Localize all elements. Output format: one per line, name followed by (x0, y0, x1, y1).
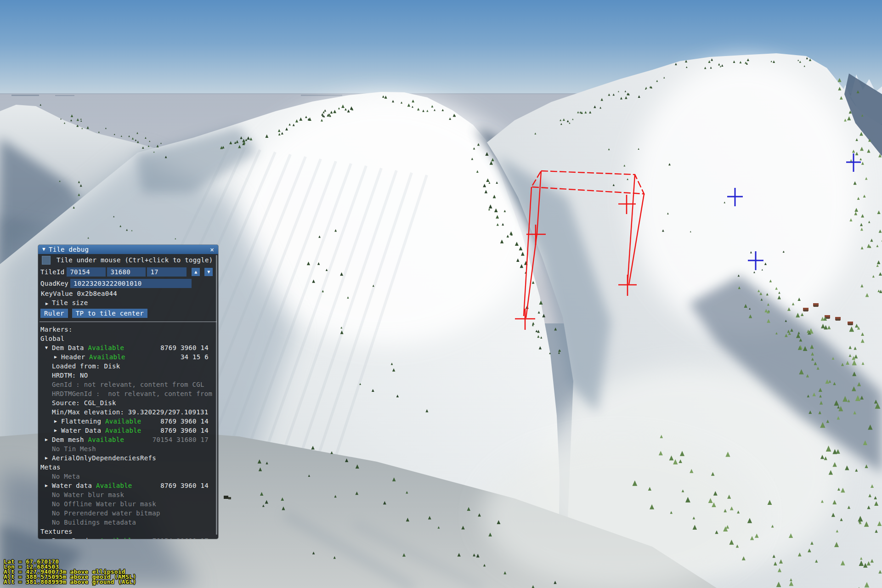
expand-arrow-icon: ▶ (45, 481, 52, 490)
debug-tree-row: Textures (38, 527, 218, 536)
debug-tree-row: No Prerendered water bitmap (38, 509, 218, 518)
row-values: 34 15 6 (181, 352, 218, 362)
quadkey-row: QuadKey 10223203222001010 (38, 278, 218, 289)
debug-tree-row[interactable]: ▶Water data Available8769 3960 14 (38, 481, 218, 490)
tile-under-mouse-row: Tile under mouse (Ctrl+click to toggle) (38, 254, 218, 266)
global-header: Global (38, 334, 218, 343)
row-label: No Offline Water blur mask (52, 499, 156, 509)
expand-arrow-icon: ▶ (45, 453, 52, 463)
expand-arrow-icon: ▶ (54, 426, 61, 435)
row-values: 8769 3960 14 (160, 343, 218, 352)
level-up-button[interactable]: ▲ (192, 268, 200, 276)
collapse-arrow-icon[interactable]: ▼ (42, 245, 45, 254)
row-label: Loaded from: Disk (52, 362, 120, 371)
row-values: 8769 3960 14 (160, 426, 218, 435)
row-label: Min/Max elevation: 39.320229/297.109131 (52, 407, 208, 417)
keyvalue-row: KeyValue 0x2b8ea044 (38, 289, 218, 298)
tileid-label: TileId (40, 267, 64, 277)
debug-tree-row[interactable]: ▶AerialOnlyDependenciesRefs (38, 453, 218, 463)
keyvalue-value: 0x2b8ea044 (77, 290, 117, 297)
markers-header: Markers: (38, 325, 218, 334)
expand-arrow-icon: ▶ (45, 536, 52, 539)
row-label: HRDTMGenId : not relevant, content from (52, 389, 212, 398)
tileid-y-input[interactable]: 31680 (107, 267, 146, 277)
row-label: Source: CGL_Disk (52, 398, 116, 407)
row-label: Water Data (61, 426, 105, 435)
row-values: 70154 31680 17 (153, 435, 218, 444)
row-label: Textures (40, 527, 73, 536)
expand-arrow-icon: ▶ (54, 417, 61, 426)
row-status: Available (88, 343, 124, 352)
row-label: Base Render (52, 536, 100, 539)
row-values: 8769 3960 14 (160, 417, 218, 426)
debug-tree-row: Min/Max elevation: 39.320229/297.109131 (38, 407, 218, 417)
tile-debug-panel: ▼ Tile debug ✕ Tile under mouse (Ctrl+cl… (38, 245, 218, 539)
tile-size-expander[interactable]: ▶Tile size (38, 298, 218, 307)
tp-to-tile-center-button[interactable]: TP to tile center (72, 309, 147, 318)
row-label: Header (61, 352, 89, 362)
debug-tree-row[interactable]: ▶Header Available34 15 6 (38, 352, 218, 362)
quadkey-input[interactable]: 10223203222001010 (70, 279, 192, 288)
debug-tree-row: No Water blur mask (38, 490, 218, 499)
expand-arrow-icon: ▶ (45, 435, 52, 444)
debug-tree-row[interactable]: ▼Dem Data Available8769 3960 14 (38, 343, 218, 352)
tile-under-mouse-label: Tile under mouse (Ctrl+click to toggle) (57, 255, 213, 265)
debug-tree-row[interactable]: ▶Water Data Available8769 3960 14 (38, 426, 218, 435)
coordinates-hud: Lat = 67.670170Lon = 12.684503Alt = 427.… (4, 559, 136, 584)
debug-tree-row: HRDTMGenId : not relevant, content from (38, 389, 218, 398)
quadkey-label: QuadKey (40, 279, 68, 288)
row-label: Flattening (61, 417, 105, 426)
expand-arrow-icon: ▶ (54, 352, 61, 362)
row-label: GenId : not relevant, content from CGL (52, 380, 204, 389)
row-label: No Water blur mask (52, 490, 124, 499)
keyvalue-label: KeyValue (41, 290, 73, 297)
debug-tree-row[interactable]: ▶Dem mesh Available70154 31680 17 (38, 435, 218, 444)
tile-size-label: Tile size (52, 299, 88, 306)
row-label: Water data (52, 481, 96, 490)
row-values: 70154 31680 17 (153, 536, 218, 539)
debug-tree-row: No Meta (38, 472, 218, 481)
separator (40, 322, 217, 322)
debug-tree-row: No Buildings metadata (38, 518, 218, 527)
debug-tree-row: Loaded from: Disk (38, 362, 218, 371)
debug-tree-row: Metas (38, 463, 218, 472)
panel-titlebar[interactable]: ▼ Tile debug ✕ (38, 245, 218, 254)
debug-tree-row: Source: CGL_Disk (38, 398, 218, 407)
tileid-row: TileId 70154 31680 17 ▲ ▼ (38, 266, 218, 278)
tile-under-mouse-checkbox[interactable] (42, 256, 51, 265)
debug-tree-row[interactable]: ▶Flattening Available8769 3960 14 (38, 417, 218, 426)
debug-tree-row: No Tin Mesh (38, 444, 218, 453)
row-label: No Tin Mesh (52, 444, 96, 453)
debug-tree-row: GenId : not relevant, content from CGL (38, 380, 218, 389)
expand-arrow-icon: ▼ (45, 343, 52, 352)
debug-tree-row[interactable]: ▶Base Render Available70154 31680 17 (38, 536, 218, 539)
row-label: Dem mesh (52, 435, 88, 444)
tileid-level-input[interactable]: 17 (147, 267, 187, 277)
row-label: Metas (40, 463, 61, 472)
row-label: No Meta (52, 472, 80, 481)
row-values: 8769 3960 14 (160, 481, 218, 490)
tileid-x-input[interactable]: 70154 (67, 267, 106, 277)
panel-title: Tile debug (49, 245, 89, 254)
row-label: No Buildings metadata (52, 518, 136, 527)
debug-tree-row: No Offline Water blur mask (38, 499, 218, 509)
row-status: Available (105, 426, 141, 435)
debug-tree-row: HRDTM: NO (38, 371, 218, 380)
expand-arrow-icon: ▶ (45, 299, 52, 308)
row-status: Available (96, 481, 132, 490)
close-icon[interactable]: ✕ (210, 245, 214, 254)
level-down-button[interactable]: ▼ (204, 268, 213, 276)
debug-tree-list: ▼Dem Data Available8769 3960 14 ▶Header … (38, 343, 218, 539)
row-label: AerialOnlyDependenciesRefs (52, 453, 156, 463)
ruler-button[interactable]: Ruler (40, 309, 68, 318)
row-label: Dem Data (52, 343, 88, 352)
panel-scrollbar[interactable] (216, 255, 217, 535)
hud-line: Alt = 381.808999m above ground (AGL) (4, 579, 136, 584)
panel-buttons-row: Ruler TP to tile center (38, 307, 218, 319)
row-label: No Prerendered water bitmap (52, 509, 160, 518)
row-status: Available (89, 352, 125, 362)
row-status: Available (105, 417, 141, 426)
row-status: Available (100, 536, 136, 539)
row-status: Available (88, 435, 124, 444)
row-label: HRDTM: NO (52, 371, 88, 380)
